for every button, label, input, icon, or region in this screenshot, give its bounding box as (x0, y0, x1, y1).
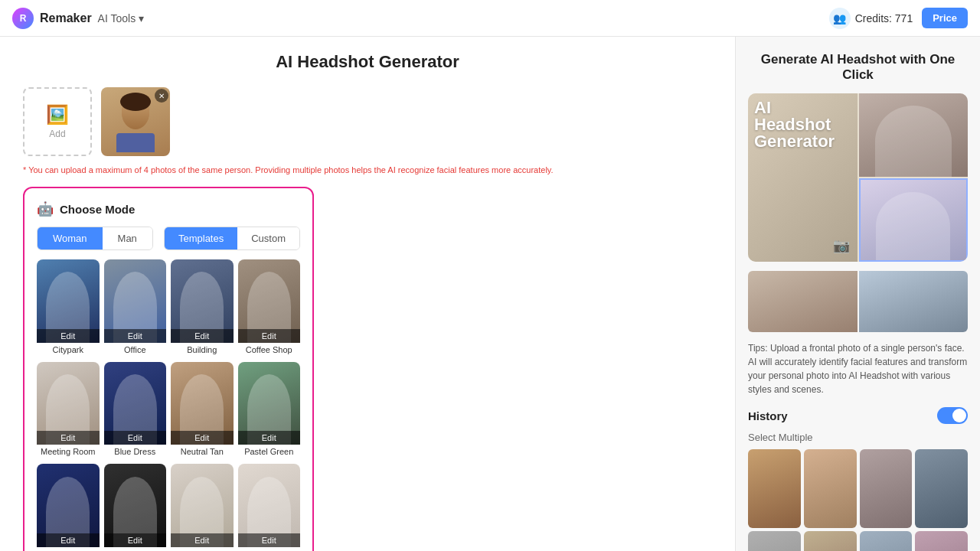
upload-add-label: Add (49, 129, 65, 139)
building-thumb: Edit (171, 259, 234, 343)
preview-cell-tr (859, 93, 969, 177)
blackblazer-edit[interactable]: Edit (104, 533, 167, 547)
blackblazer-thumb: Edit (104, 464, 167, 547)
whitesuit-label: White Suit (171, 547, 234, 551)
logo-icon: R (12, 8, 34, 29)
blackblazer-label: Black Blazer (104, 547, 167, 551)
upload-note: * You can upload a maximum of 4 photos o… (23, 165, 712, 174)
neutraltan-edit[interactable]: Edit (171, 431, 234, 445)
deepblue-edit[interactable]: Edit (37, 533, 100, 547)
right-panel-title: Generate AI Headshot with One Click (748, 52, 968, 83)
template-building[interactable]: Edit Building (171, 259, 234, 357)
template-softwhite[interactable]: Edit Soft White (238, 464, 301, 551)
meetingroom-edit[interactable]: Edit (37, 431, 100, 445)
history-item-2[interactable] (804, 449, 857, 528)
main-content: AI Headshot Generator 🖼️ Add (0, 37, 980, 551)
history-item-5[interactable] (748, 531, 801, 551)
deepblue-thumb: Edit (37, 464, 100, 547)
history-item-4[interactable] (915, 449, 968, 528)
history-item-7[interactable] (860, 531, 913, 551)
meetingroom-label: Meeting Room (37, 445, 100, 459)
softwhite-edit[interactable]: Edit (238, 533, 301, 547)
ai-tools-label: AI Tools (98, 12, 136, 24)
template-blackblazer[interactable]: Edit Black Blazer (104, 464, 167, 551)
templates-tab[interactable]: Templates (165, 227, 237, 249)
pastelgreen-thumb: Edit (238, 362, 301, 445)
history-grid (748, 449, 968, 551)
softwhite-thumb: Edit (238, 464, 301, 547)
preview-bottom-row (748, 271, 968, 332)
whitesuit-thumb: Edit (171, 464, 234, 547)
coffeeshop-edit[interactable]: Edit (238, 329, 301, 343)
mode-modal-header: 🤖 Choose Mode (37, 201, 300, 217)
coffeeshop-label: Coffee Shop (238, 343, 301, 357)
preview-bottom-2 (859, 271, 969, 332)
man-tab[interactable]: Man (103, 227, 152, 249)
template-whitesuit[interactable]: Edit White Suit (171, 464, 234, 551)
remove-photo-button[interactable]: ✕ (155, 89, 168, 103)
softwhite-label: Soft White (238, 547, 301, 551)
history-item-3[interactable] (860, 449, 913, 528)
history-header: History (748, 407, 968, 424)
template-bluedress[interactable]: Edit Blue Dress (104, 362, 167, 460)
template-office[interactable]: Edit Office (104, 259, 167, 357)
left-panel: AI Headshot Generator 🖼️ Add (0, 37, 735, 551)
building-label: Building (171, 343, 234, 357)
right-panel: Generate AI Headshot with One Click AIHe… (735, 37, 980, 551)
preview-cell-br (859, 178, 969, 262)
credits-info: 👥 Credits: 771 (829, 8, 913, 29)
citypark-edit[interactable]: Edit (37, 329, 100, 343)
custom-tab[interactable]: Custom (237, 227, 299, 249)
template-citypark[interactable]: Edit Citypark (37, 259, 100, 357)
gender-tabs: Woman Man (37, 227, 153, 250)
history-item-1[interactable] (748, 449, 801, 528)
camera-icon: 📷 (833, 237, 850, 254)
svg-rect-2 (116, 133, 155, 152)
style-tabs: Templates Custom (164, 227, 300, 250)
history-item-8[interactable] (915, 531, 968, 551)
mode-modal-title: Choose Mode (60, 203, 135, 216)
pastelgreen-label: Pastel Green (238, 445, 301, 459)
credits-icon: 👥 (829, 8, 851, 29)
citypark-thumb: Edit (37, 259, 100, 343)
neutraltan-thumb: Edit (171, 362, 234, 445)
ai-label: AIHeadshotGenerator (754, 99, 835, 150)
template-neutraltan[interactable]: Edit Neutral Tan (171, 362, 234, 460)
history-section: History Select Multiple (748, 407, 968, 551)
history-item-6[interactable] (804, 531, 857, 551)
woman-tab[interactable]: Woman (38, 227, 103, 249)
page-title: AI Headshot Generator (23, 52, 712, 72)
svg-point-3 (120, 93, 151, 111)
template-meetingroom[interactable]: Edit Meeting Room (37, 362, 100, 460)
office-edit[interactable]: Edit (104, 329, 167, 343)
choose-mode-panel: 🤖 Choose Mode Woman Man Templates Custom (23, 187, 314, 551)
bluedress-thumb: Edit (104, 362, 167, 445)
pastelgreen-edit[interactable]: Edit (238, 431, 301, 445)
office-thumb: Edit (104, 259, 167, 343)
upload-add-button[interactable]: 🖼️ Add (23, 87, 92, 156)
tips-text: Tips: Upload a frontal photo of a single… (748, 341, 968, 396)
price-button[interactable]: Price (922, 8, 968, 28)
deepblue-label: Deep Blue (37, 547, 100, 551)
office-label: Office (104, 343, 167, 357)
select-multiple-button[interactable]: Select Multiple (748, 432, 968, 443)
upload-area: 🖼️ Add (23, 87, 712, 156)
bluedress-label: Blue Dress (104, 445, 167, 459)
building-edit[interactable]: Edit (171, 329, 234, 343)
preview-mosaic: AIHeadshotGenerator 📷 (748, 93, 968, 262)
whitesuit-edit[interactable]: Edit (171, 533, 234, 547)
template-coffeeshop[interactable]: Edit Coffee Shop (238, 259, 301, 357)
bluedress-edit[interactable]: Edit (104, 431, 167, 445)
template-grid: Edit Citypark Edit Office (37, 259, 300, 551)
robot-icon: 🤖 (37, 201, 54, 217)
citypark-label: Citypark (37, 343, 100, 357)
history-toggle[interactable] (937, 407, 968, 424)
meetingroom-thumb: Edit (37, 362, 100, 445)
template-deepblue[interactable]: Edit Deep Blue (37, 464, 100, 551)
uploaded-photo: ✕ (101, 87, 170, 156)
ai-tools-dropdown[interactable]: AI Tools ▾ (98, 12, 145, 24)
template-pastelgreen[interactable]: Edit Pastel Green (238, 362, 301, 460)
history-title: History (748, 409, 788, 422)
neutraltan-label: Neutral Tan (171, 445, 234, 459)
mode-tabs-row: Woman Man Templates Custom (37, 227, 300, 250)
